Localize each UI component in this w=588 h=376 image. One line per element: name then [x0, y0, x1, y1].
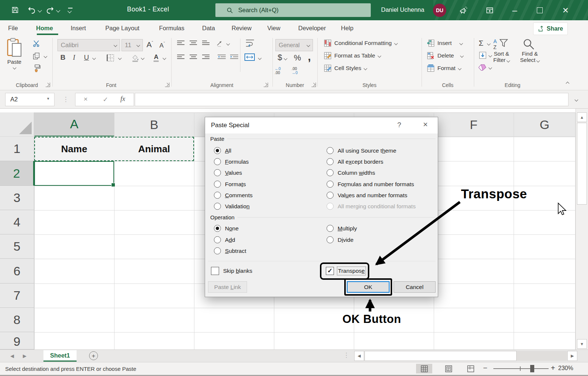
radio-column-widths-circle[interactable] [327, 169, 334, 176]
customize-quick-access-icon[interactable] [68, 8, 73, 13]
radio-comments[interactable]: Comments [214, 191, 253, 199]
undo-icon[interactable] [27, 6, 36, 15]
radio-except-borders-circle[interactable] [327, 158, 334, 165]
select-all-corner[interactable] [0, 112, 34, 137]
autosum-dropdown-icon[interactable] [487, 42, 491, 46]
sort-filter-button[interactable]: AZ Sort & Filter [493, 38, 513, 63]
tab-file[interactable]: File [8, 23, 18, 33]
column-header-f[interactable]: F [434, 112, 514, 137]
percent-icon[interactable]: % [294, 53, 301, 63]
row-header-9[interactable]: 9 [0, 332, 34, 349]
name-box-dropdown-icon[interactable]: ▾ [47, 96, 49, 101]
cancel-entry-icon[interactable]: × [84, 95, 88, 103]
collapse-ribbon-icon[interactable] [566, 82, 570, 86]
zoom-slider-thumb[interactable] [530, 365, 534, 372]
radio-subtract-circle[interactable] [214, 247, 221, 254]
avatar[interactable]: DU [433, 4, 446, 17]
hscroll-left-button[interactable]: ◀ [354, 351, 364, 361]
copy-dropdown-icon[interactable] [44, 55, 47, 58]
redo-icon[interactable] [46, 6, 54, 15]
radio-all-except-borders[interactable]: All except borders [327, 157, 383, 166]
sheet-nav-right-icon[interactable]: ▶ [23, 353, 27, 359]
radio-values[interactable]: Values [214, 168, 242, 177]
radio-subtract[interactable]: Subtract [214, 247, 246, 255]
page-break-view-button[interactable] [463, 364, 478, 373]
alignment-dialog-launcher-icon[interactable] [264, 83, 268, 87]
row-header-3[interactable]: 3 [0, 186, 34, 210]
insert-cells-button[interactable]: Insert [427, 39, 462, 47]
tab-view[interactable]: View [267, 23, 280, 33]
cut-icon[interactable] [32, 39, 41, 48]
orientation-dropdown-icon[interactable] [226, 42, 230, 46]
column-header-a[interactable]: A [34, 112, 114, 137]
clear-dropdown-icon[interactable] [489, 66, 492, 70]
fill-handle[interactable] [111, 183, 115, 187]
autosum-icon[interactable]: Σ [479, 39, 483, 48]
radio-validation-circle[interactable] [214, 203, 221, 210]
enter-entry-icon[interactable]: ✓ [103, 95, 108, 104]
normal-view-button[interactable] [416, 364, 432, 373]
row-header-2[interactable]: 2 [0, 161, 34, 186]
zoom-level[interactable]: 230% [558, 365, 573, 372]
align-left-icon[interactable] [177, 54, 185, 59]
dialog-close-button[interactable]: × [423, 120, 428, 129]
clipboard-dialog-launcher-icon[interactable] [46, 83, 50, 87]
increase-font-icon[interactable]: Aˆ [147, 40, 153, 49]
conditional-formatting-button[interactable]: Conditional Formatting [324, 39, 397, 47]
align-center-icon[interactable] [189, 54, 197, 59]
top-align-icon[interactable] [177, 40, 185, 45]
radio-formulas-circle[interactable] [214, 158, 221, 165]
delete-cells-button[interactable]: Delete [427, 52, 463, 59]
coming-soon-megaphone-icon[interactable] [459, 6, 468, 15]
undo-dropdown-icon[interactable] [38, 8, 42, 12]
cancel-button[interactable]: Cancel [394, 281, 436, 293]
font-color-dropdown-icon[interactable] [163, 56, 166, 60]
fill-color-icon[interactable] [131, 53, 139, 62]
bold-icon[interactable]: B [60, 53, 66, 62]
minimize-button[interactable]: – [504, 0, 526, 20]
underline-icon[interactable]: U [84, 53, 89, 62]
save-icon[interactable] [11, 6, 19, 14]
radio-formulas-number-formats[interactable]: Formulas and number formats [327, 180, 414, 188]
radio-all-using-source-theme[interactable]: All using Source theme [327, 146, 396, 155]
tab-home[interactable]: Home [36, 23, 53, 33]
scroll-up-button[interactable]: ▲ [577, 112, 587, 122]
radio-source-theme-circle[interactable] [327, 147, 334, 154]
radio-none-circle[interactable] [214, 225, 221, 232]
increase-indent-icon[interactable] [230, 54, 239, 59]
radio-divide[interactable]: Divide [327, 236, 353, 244]
increase-decimal-icon[interactable]: ←0.00 [275, 67, 281, 75]
tab-data[interactable]: Data [202, 23, 215, 33]
search-box[interactable]: Search (Alt+Q) [215, 3, 371, 17]
tab-review[interactable]: Review [232, 23, 251, 33]
merge-center-dropdown-icon[interactable] [258, 56, 262, 60]
dialog-title-bar[interactable]: Paste Special ? × [205, 117, 438, 133]
row-header-6[interactable]: 6 [0, 259, 34, 283]
sheet-nav-left-icon[interactable]: ◀ [10, 353, 14, 359]
zoom-out-button[interactable]: − [483, 364, 487, 372]
font-dialog-launcher-icon[interactable] [165, 83, 169, 87]
underline-dropdown-icon[interactable] [92, 56, 96, 60]
radio-add-circle[interactable] [214, 236, 221, 243]
format-as-table-button[interactable]: Format as Table [324, 52, 381, 59]
radio-none[interactable]: None [214, 224, 239, 233]
tab-formulas[interactable]: Formulas [159, 23, 184, 33]
comma-style-icon[interactable]: , [308, 51, 311, 63]
new-sheet-button[interactable]: + [89, 351, 98, 360]
ribbon-display-options-icon[interactable] [485, 6, 494, 15]
sheet-tab-sheet1[interactable]: Sheet1 [43, 350, 77, 362]
radio-validation[interactable]: Validation [214, 202, 250, 210]
radio-values-circle[interactable] [214, 169, 221, 176]
orientation-icon[interactable] [216, 39, 225, 48]
name-box[interactable]: A2 ▾ [5, 93, 54, 106]
fill-color-dropdown-icon[interactable] [141, 56, 145, 60]
radio-comments-circle[interactable] [214, 192, 221, 199]
radio-all[interactable]: All [214, 146, 231, 155]
radio-add[interactable]: Add [214, 236, 235, 244]
fill-icon[interactable] [479, 51, 487, 59]
number-dialog-launcher-icon[interactable] [311, 83, 316, 87]
decrease-indent-icon[interactable] [217, 54, 226, 59]
radio-divide-circle[interactable] [327, 236, 334, 243]
radio-all-circle[interactable] [214, 147, 221, 154]
zoom-in-button[interactable]: + [551, 364, 555, 372]
